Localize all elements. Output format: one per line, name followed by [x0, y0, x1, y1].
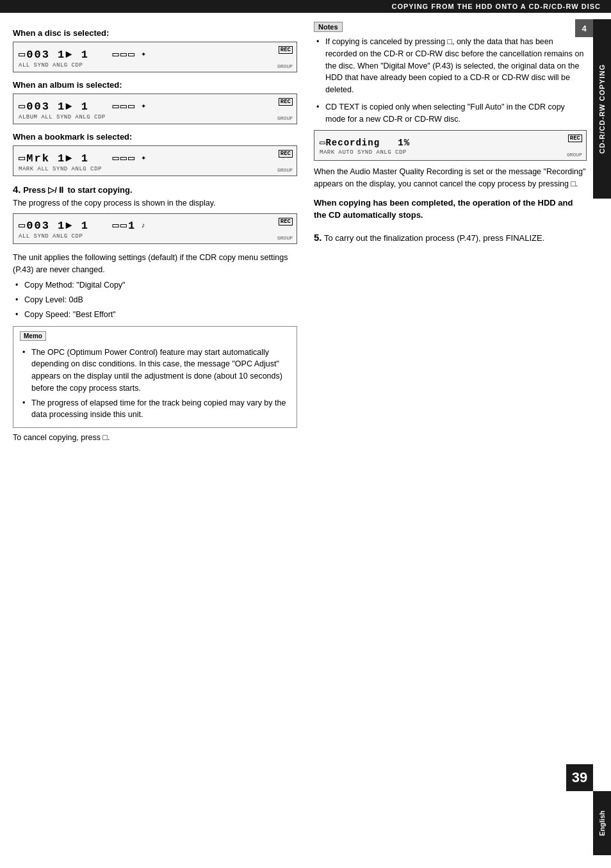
list-item: The OPC (Optimum Power Control) feature …	[22, 347, 290, 395]
header-bar: COPYING FROM THE HDD ONTO A CD-R/CD-RW D…	[0, 0, 611, 13]
recording-display-sub: MARK AUTO SYND ANLG CDP	[320, 149, 580, 156]
bookmark-display: REC ▭Mrk 1► 1 ▭▭▭ ✦ MARK ALL SYND ANLG C…	[13, 145, 297, 176]
step4-display-main: ▭003 1► 1 ▭▭1 ♪	[19, 218, 290, 232]
step4-display: REC ▭003 1► 1 ▭▭1 ♪ ALL SYND ANLG CDP GR…	[13, 213, 297, 244]
bookmark-selected-heading: When a bookmark is selected:	[13, 132, 297, 142]
disc-display: REC ▭003 1► 1 ▭▭▭ ✦ ALL SYND ANLG CDP GR…	[13, 42, 297, 72]
album-group-badge: GROUP	[277, 115, 293, 121]
memo-label: Memo	[20, 331, 46, 341]
step4-body: The progress of the copy process is show…	[13, 197, 297, 209]
album-rec-badge: REC	[279, 98, 293, 106]
recording-display: REC ▭Recording 1% MARK AUTO SYND ANLG CD…	[314, 130, 587, 161]
recording-group-badge: GROUP	[567, 152, 582, 158]
list-item: Copy Method: "Digital Copy"	[15, 279, 297, 291]
disc-display-main: ▭003 1► 1 ▭▭▭ ✦	[19, 47, 290, 61]
recording-rec-badge: REC	[568, 135, 582, 142]
step4-group-badge: GROUP	[277, 235, 293, 241]
disc-selected-heading: When a disc is selected:	[13, 28, 297, 38]
page-number: 39	[566, 764, 593, 791]
step4-heading: 4. Press ▷/⏸ to start copying.	[13, 184, 297, 195]
step4-display-sub: ALL SYND ANLG CDP	[19, 233, 290, 240]
default-settings-list: Copy Method: "Digital Copy" Copy Level: …	[13, 279, 297, 320]
recording-display-main: ▭Recording 1%	[320, 137, 580, 148]
notes-label: Notes	[314, 22, 343, 32]
step4-label: Press ▷/⏸ to start copying.	[23, 185, 132, 195]
right-sidebar: CD-R/CD-RW COPYING	[593, 19, 611, 199]
album-selected-heading: When an album is selected:	[13, 80, 297, 90]
bookmark-rec-badge: REC	[279, 150, 293, 158]
step4-rec-badge: REC	[279, 218, 293, 225]
step4-number: 4.	[13, 184, 21, 195]
bookmark-group-badge: GROUP	[277, 167, 293, 173]
notes-bullets: If copying is canceled by pressing □, on…	[314, 36, 587, 125]
bottom-sidebar: English	[593, 791, 611, 855]
step5-number: 5.	[314, 232, 322, 243]
chapter-badge: 4	[575, 19, 593, 37]
album-display-main: ▭003 1► 1 ▭▭▭ ✦	[19, 99, 290, 113]
default-settings-intro: The unit applies the following settings …	[13, 252, 297, 276]
bookmark-display-main: ▭Mrk 1► 1 ▭▭▭ ✦	[19, 151, 290, 165]
memo-box: Memo The OPC (Optimum Power Control) fea…	[13, 326, 297, 429]
album-display-sub: ALBUM ALL SYND ANLG CDP	[19, 114, 290, 120]
disc-display-sub: ALL SYND ANLG CDP	[19, 62, 290, 69]
right-column: Notes If copying is canceled by pressing…	[307, 13, 593, 448]
recording-note: When the Audio Master Quality Recording …	[314, 166, 587, 190]
bookmark-display-sub: MARK ALL SYND ANLG CDP	[19, 166, 290, 172]
album-display: REC ▭003 1► 1 ▭▭▭ ✦ ALBUM ALL SYND ANLG …	[13, 94, 297, 124]
cancel-note: To cancel copying, press □.	[13, 433, 297, 442]
list-item: CD TEXT is copied only when selecting "F…	[316, 101, 587, 126]
bottom-sidebar-label: English	[598, 810, 606, 836]
step5: 5. To carry out the finalization process…	[314, 231, 587, 245]
completed-heading: When copying has been completed, the ope…	[314, 197, 587, 222]
list-item: The progress of elapsed time for the tra…	[22, 397, 290, 422]
disc-rec-badge: REC	[279, 46, 293, 54]
memo-bullets: The OPC (Optimum Power Control) feature …	[20, 347, 290, 422]
left-column: When a disc is selected: REC ▭003 1► 1 ▭…	[0, 13, 307, 448]
list-item: Copy Speed: "Best Effort"	[15, 309, 297, 321]
right-sidebar-label: CD-R/CD-RW COPYING	[598, 64, 606, 154]
step5-text: To carry out the finalization process (P…	[324, 233, 544, 243]
chapter-number: 4	[582, 24, 586, 33]
header-title: COPYING FROM THE HDD ONTO A CD-R/CD-RW D…	[391, 3, 601, 10]
list-item: Copy Level: 0dB	[15, 294, 297, 306]
list-item: If copying is canceled by pressing □, on…	[316, 36, 587, 96]
main-content: When a disc is selected: REC ▭003 1► 1 ▭…	[0, 13, 593, 448]
disc-group-badge: GROUP	[277, 63, 293, 69]
